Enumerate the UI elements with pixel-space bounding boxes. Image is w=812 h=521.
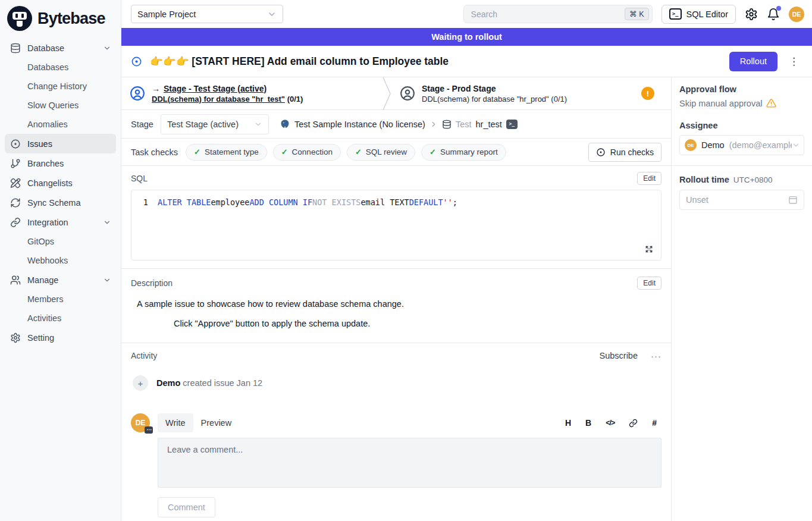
more-options-icon[interactable]: ··· — [651, 351, 661, 360]
description-edit-button[interactable]: Edit — [637, 277, 661, 290]
approval-flow-value: Skip manual approval — [679, 99, 762, 108]
sql-token: ; — [453, 197, 457, 208]
sidebar-item-webhooks[interactable]: Webhooks — [5, 251, 116, 270]
task-checks-row: Task checks ✓ Statement type ✓ Connectio… — [121, 139, 671, 166]
sql-edit-button[interactable]: Edit — [637, 172, 661, 185]
sidebar-item-databases[interactable]: Databases — [5, 58, 116, 77]
database-icon — [442, 120, 452, 129]
heading-icon[interactable]: H — [565, 418, 571, 428]
brand-logo[interactable]: Bytebase — [5, 5, 116, 38]
task-checks-label: Task checks — [131, 147, 178, 157]
chevron-down-icon — [103, 44, 111, 52]
kebab-menu-icon[interactable]: ⋮ — [785, 55, 802, 68]
run-checks-label: Run checks — [610, 147, 654, 157]
search-input[interactable] — [470, 9, 625, 20]
sql-label: SQL — [131, 174, 148, 183]
sidebar-item-sync-schema[interactable]: Sync Schema — [5, 193, 116, 212]
check-icon: ✓ — [194, 147, 200, 156]
check-icon: ✓ — [281, 147, 288, 156]
sql-token: NOT EXISTS — [312, 197, 360, 208]
bold-icon[interactable]: B — [585, 418, 591, 428]
sidebar-item-label: Change History — [27, 81, 87, 91]
tab-write[interactable]: Write — [158, 413, 193, 432]
comment-submit-button[interactable]: Comment — [158, 497, 215, 517]
sidebar-item-changelists[interactable]: Changelists — [5, 173, 116, 193]
sql-editor[interactable]: 1 ALTER TABLE employee ADD COLUMN IF NOT… — [131, 190, 661, 260]
sql-token: employee — [211, 197, 249, 208]
comment-input[interactable] — [166, 444, 653, 482]
open-sql-editor-icon[interactable]: >_ — [506, 120, 518, 129]
sql-token: ALTER TABLE — [158, 197, 211, 208]
sidebar-item-manage[interactable]: Manage — [5, 270, 116, 290]
run-checks-button[interactable]: Run checks — [588, 143, 661, 162]
comment-box — [158, 438, 661, 488]
tab-preview[interactable]: Preview — [193, 413, 240, 432]
sidebar-item-label: Manage — [27, 275, 58, 285]
status-banner: Waiting to rollout — [121, 28, 812, 46]
circle-dot-icon — [596, 147, 606, 157]
rollout-time-input[interactable]: Unset — [679, 190, 804, 210]
notifications-bell-button[interactable] — [767, 8, 780, 21]
search-box[interactable]: ⌘ K — [463, 5, 653, 23]
sidebar-item-database[interactable]: Database — [5, 38, 116, 58]
sidebar-item-slow-queries[interactable]: Slow Queries — [5, 96, 116, 115]
check-pill-statement-type[interactable]: ✓ Statement type — [186, 144, 267, 161]
check-pill-connection[interactable]: ✓ Connection — [273, 144, 341, 161]
git-branch-icon — [10, 158, 21, 170]
chevron-down-icon — [267, 10, 277, 19]
sidebar-item-activities[interactable]: Activities — [5, 309, 116, 328]
user-avatar[interactable]: DE — [789, 7, 804, 22]
body-row: → Stage - Test Stage (active) DDL(schema… — [121, 77, 812, 521]
expand-fullscreen-icon[interactable] — [643, 243, 655, 255]
sidebar-item-change-history[interactable]: Change History — [5, 77, 116, 96]
composer-avatar: DE ⋯ — [131, 413, 150, 432]
code-icon[interactable]: </> — [606, 419, 615, 427]
sidebar-item-label: GitOps — [27, 237, 54, 246]
sidebar-item-setting[interactable]: Setting — [5, 328, 116, 347]
stage-card-test[interactable]: → Stage - Test Stage (active) DDL(schema… — [121, 77, 382, 109]
stage-label: Stage — [131, 120, 153, 129]
subscribe-button[interactable]: Subscribe — [600, 351, 638, 360]
sidebar-item-branches[interactable]: Branches — [5, 153, 116, 173]
description-paragraph: A sample issue to showcase how to review… — [137, 299, 661, 309]
user-circle-icon — [400, 86, 415, 101]
settings-gear-button[interactable] — [745, 8, 758, 21]
stage-select[interactable]: Test Stage (active) — [161, 114, 269, 134]
hash-icon[interactable]: # — [652, 418, 657, 428]
sidebar-item-integration[interactable]: Integration — [5, 212, 116, 232]
assignee-label: Assignee — [679, 121, 804, 130]
user-circle-icon — [130, 86, 145, 101]
assignee-select[interactable]: DE Demo (demo@example — [679, 135, 804, 155]
stage-name-link[interactable]: Stage - Test Stage (active) — [164, 84, 267, 93]
sidebar-item-gitops[interactable]: GitOps — [5, 232, 116, 251]
sidebar-item-members[interactable]: Members — [5, 290, 116, 309]
search-shortcut-badge: ⌘ K — [625, 8, 648, 20]
check-pill-label: Summary report — [440, 147, 498, 156]
rollout-time-placeholder: Unset — [686, 195, 708, 205]
stage-select-value: Test Stage (active) — [167, 120, 239, 129]
stage-card-prod[interactable]: Stage - Prod Stage DDL(schema) for datab… — [391, 77, 671, 109]
chevron-down-icon — [792, 141, 800, 149]
sidebar-item-anomalies[interactable]: Anomalies — [5, 115, 116, 134]
sql-editor-button[interactable]: >_ SQL Editor — [661, 5, 736, 24]
sql-token: DEFAULT — [409, 197, 443, 208]
task-link[interactable]: DDL(schema) for database "hr_test" — [152, 95, 285, 103]
check-icon: ✓ — [355, 147, 362, 156]
database-name[interactable]: hr_test — [476, 120, 502, 129]
sidebar-item-issues[interactable]: Issues — [5, 134, 116, 153]
task-count: (0/1) — [551, 95, 567, 103]
right-panel: Approval flow Skip manual approval Assig… — [671, 77, 812, 521]
project-selector-value: Sample Project — [137, 10, 196, 19]
stage-selector-row: Stage Test Stage (active) Test Sample In… — [121, 110, 671, 139]
check-pill-summary-report[interactable]: ✓ Summary report — [421, 144, 506, 161]
link-icon[interactable] — [629, 419, 638, 428]
check-pill-sql-review[interactable]: ✓ SQL review — [347, 144, 415, 161]
rollout-button[interactable]: Rollout — [729, 52, 777, 71]
avatar-initials: DE — [136, 419, 146, 427]
instance-name[interactable]: Test Sample Instance (No license) — [294, 120, 425, 129]
project-selector[interactable]: Sample Project — [131, 5, 283, 23]
sidebar-item-label: Changelists — [27, 178, 73, 188]
database-icon — [10, 42, 21, 54]
main-column: → Stage - Test Stage (active) DDL(schema… — [121, 77, 671, 521]
chevron-down-icon — [254, 120, 262, 128]
